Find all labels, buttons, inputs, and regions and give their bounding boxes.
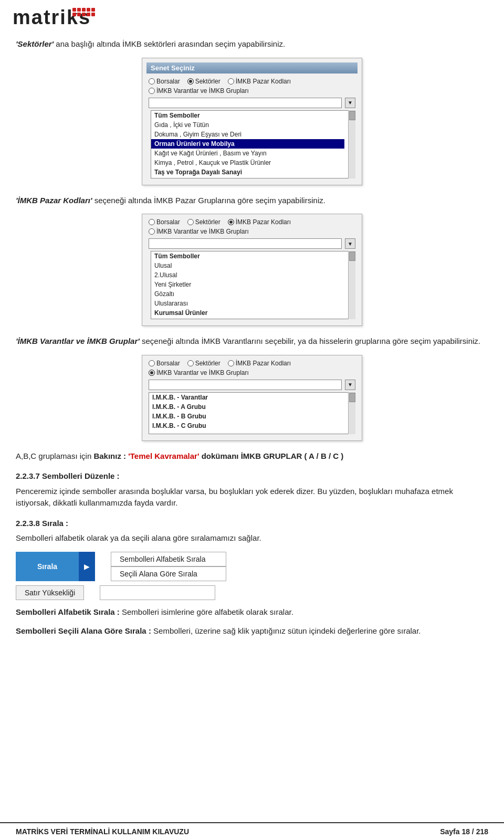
scrollbar3[interactable]	[348, 392, 355, 434]
list-item[interactable]: Dokuma , Giyim Eşyası ve Deri	[151, 130, 344, 139]
radio-imkb-varantlar-circle	[149, 88, 155, 94]
radio2-borsalar-label: Borsalar	[156, 218, 180, 226]
radio2-borsalar[interactable]: Borsalar	[149, 218, 180, 226]
alfabetik-desc: Sembolleri Alfabetik Sırala : Sembolleri…	[16, 606, 488, 618]
dialog-sektorler: Senet Seçiniz Borsalar Sektörler İMKB Pa…	[142, 58, 362, 185]
dialog1-dropdown[interactable]	[149, 98, 342, 108]
list-item[interactable]: Gözaltı	[151, 289, 344, 299]
pazar-intro: 'İMKB Pazar Kodları' seçeneği altında İM…	[16, 195, 488, 207]
dialog3-listbox[interactable]: I.M.K.B. - Varantlar I.M.K.B. - A Grubu …	[149, 392, 355, 434]
list-item[interactable]: Kurumsal Ürünler	[151, 308, 344, 318]
satir-yuksekligi-option	[100, 585, 215, 600]
menu-option-secili-alana[interactable]: Seçili Alana Göre Sırala	[111, 566, 226, 581]
radio-imkb-pazar-label: İMKB Pazar Kodları	[236, 78, 291, 85]
dropdown2-arrow-icon[interactable]: ▼	[345, 238, 355, 249]
dialog1-listbox[interactable]: Tüm Semboller Gıda , İçki ve Tütün Dokum…	[151, 110, 353, 178]
sirala-arrow-button[interactable]: ▶	[79, 552, 95, 581]
radio-sektorler-circle	[187, 78, 194, 85]
radio3-varantlar[interactable]: İMKB Varantlar ve İMKB Grupları	[149, 369, 249, 376]
radio-sektorler-label: Sektörler	[195, 78, 220, 85]
radio2-varantlar-label: İMKB Varantlar ve İMKB Grupları	[156, 228, 249, 235]
radio3-varantlar-label: İMKB Varantlar ve İMKB Grupları	[156, 369, 249, 376]
scrollbar-thumb	[349, 111, 355, 120]
dialog1-radio-row2: İMKB Varantlar ve İMKB Grupları	[146, 87, 358, 94]
sirala-button[interactable]: Sırala	[16, 552, 79, 581]
list-item[interactable]: Kimya , Petrol , Kauçuk ve Plastik Ürünl…	[151, 158, 344, 167]
radio3-imkb-pazar[interactable]: İMKB Pazar Kodları	[228, 360, 291, 367]
varantlar-intro: 'İMKB Varantlar ve İMKB Gruplar' seçeneğ…	[16, 335, 488, 348]
list-item[interactable]: Orman Ürünleri ve Mobilya	[151, 139, 344, 149]
section-237-para: Penceremiz içinde semboller arasında boş…	[16, 486, 488, 509]
list-item[interactable]: Ulusal	[151, 261, 344, 270]
footer-right: Sayfa 18 / 218	[440, 827, 488, 836]
radio2-sektorler-circle	[187, 219, 194, 225]
radio2-imkb-pazar-label: İMKB Pazar Kodları	[236, 218, 291, 226]
menu-options: Sembolleri Alfabetik Sırala Seçili Alana…	[111, 552, 226, 581]
section-238-para: Sembolleri alfabetik olarak ya da seçili…	[16, 532, 488, 544]
radio-imkb-varantlar[interactable]: İMKB Varantlar ve İMKB Grupları	[149, 87, 249, 94]
scrollbar2-thumb	[349, 251, 355, 261]
scrollbar[interactable]	[348, 110, 355, 178]
dialog-varantlar: Borsalar Sektörler İMKB Pazar Kodları İM…	[142, 355, 362, 441]
radio3-imkb-pazar-circle	[228, 360, 234, 366]
radio-imkb-pazar-circle	[228, 78, 234, 85]
footer-left: MATRİKS VERİ TERMİNALİ KULLANIM KILAVUZU	[16, 827, 189, 836]
list-item[interactable]: İMKB Dışı Endeksler	[151, 318, 344, 319]
page-footer: MATRİKS VERİ TERMİNALİ KULLANIM KILAVUZU…	[0, 822, 504, 840]
list-item[interactable]: Yeni Şirketler	[151, 280, 344, 289]
radio2-imkb-pazar[interactable]: İMKB Pazar Kodları	[228, 218, 291, 226]
radio-borsalar-circle	[149, 78, 155, 85]
list-item[interactable]: Gıda , İçki ve Tütün	[151, 120, 344, 130]
dialog3-radio-row2: İMKB Varantlar ve İMKB Grupları	[146, 369, 358, 376]
dialog1-listbox-container: Tüm Semboller Gıda , İçki ve Tütün Dokum…	[149, 110, 355, 178]
radio2-varantlar-circle	[149, 228, 155, 235]
radio-imkb-varantlar-label: İMKB Varantlar ve İMKB Grupları	[156, 87, 249, 94]
list-item[interactable]: I.M.K.B. - C Grubu	[149, 421, 346, 430]
radio3-imkb-pazar-label: İMKB Pazar Kodları	[236, 360, 291, 367]
list-item[interactable]: Tüm Semboller	[151, 251, 344, 261]
list-item[interactable]: Metal Ana Sanayi	[151, 177, 344, 178]
satir-yuksekligi-row: Satır Yüksekliği	[16, 585, 488, 600]
dialog3-dropdown[interactable]	[149, 380, 342, 390]
main-content: 'Sektörler' ana başlığı altında İMKB sek…	[0, 33, 504, 655]
dialog3-radio-row1: Borsalar Sektörler İMKB Pazar Kodları	[146, 360, 358, 367]
sektorler-intro: 'Sektörler' ana başlığı altında İMKB sek…	[16, 38, 488, 50]
radio2-sektorler[interactable]: Sektörler	[187, 218, 220, 226]
dialog2-dropdown[interactable]	[149, 238, 342, 249]
list-item[interactable]: I.M.K.B. - B Grubu	[149, 412, 346, 421]
radio-borsalar[interactable]: Borsalar	[149, 78, 180, 85]
radio3-varantlar-circle	[149, 370, 155, 376]
radio-sektorler[interactable]: Sektörler	[187, 78, 220, 85]
dropdown3-arrow-icon[interactable]: ▼	[345, 380, 355, 390]
radio3-sektorler-circle	[187, 360, 194, 366]
menu-option-alfabetik[interactable]: Sembolleri Alfabetik Sırala	[111, 552, 226, 566]
dialog3-listbox-container: I.M.K.B. - Varantlar I.M.K.B. - A Grubu …	[149, 392, 355, 434]
dialog1-title: Senet Seçiniz	[146, 62, 358, 74]
list-item[interactable]: I.M.K.B. - Varantlar	[149, 393, 346, 402]
secili-alana-desc: Sembolleri Seçili Alana Göre Sırala : Se…	[16, 625, 488, 637]
page-header: matriks	[0, 0, 504, 33]
radio2-varantlar[interactable]: İMKB Varantlar ve İMKB Grupları	[149, 228, 249, 235]
radio-borsalar-label: Borsalar	[156, 78, 180, 85]
list-item[interactable]: Taş ve Toprağa Dayalı Sanayi	[151, 167, 344, 177]
radio3-sektorler[interactable]: Sektörler	[187, 360, 220, 367]
dialog2-listbox-container: Tüm Semboller Ulusal 2.Ulusal Yeni Şirke…	[149, 251, 355, 319]
radio-imkb-pazar[interactable]: İMKB Pazar Kodları	[228, 78, 291, 85]
dialog1-radio-row1: Borsalar Sektörler İMKB Pazar Kodları	[146, 78, 358, 85]
satir-yuksekligi-label[interactable]: Satır Yüksekliği	[16, 585, 84, 600]
list-item[interactable]: Tüm Semboller	[151, 111, 344, 120]
list-item[interactable]: I.M.K.B. - A Grubu	[149, 402, 346, 412]
radio3-borsalar[interactable]: Borsalar	[149, 360, 180, 367]
section-237-heading: 2.2.3.7 Sembolleri Düzenle :	[16, 470, 488, 482]
radio3-borsalar-label: Borsalar	[156, 360, 180, 367]
scrollbar2[interactable]	[348, 251, 355, 319]
radio3-sektorler-label: Sektörler	[195, 360, 220, 367]
dialog2-listbox[interactable]: Tüm Semboller Ulusal 2.Ulusal Yeni Şirke…	[151, 251, 353, 319]
list-item[interactable]: Uluslararası	[151, 299, 344, 308]
dialog-pazar: Borsalar Sektörler İMKB Pazar Kodları İM…	[142, 214, 362, 326]
list-item[interactable]: 2.Ulusal	[151, 270, 344, 280]
dropdown-arrow-icon[interactable]: ▼	[345, 98, 355, 108]
list-item[interactable]: Kağıt ve Kağıt Ürünleri , Basım ve Yayın	[151, 149, 344, 158]
radio2-sektorler-label: Sektörler	[195, 218, 220, 226]
dialog2-radio-row1: Borsalar Sektörler İMKB Pazar Kodları	[146, 218, 358, 226]
